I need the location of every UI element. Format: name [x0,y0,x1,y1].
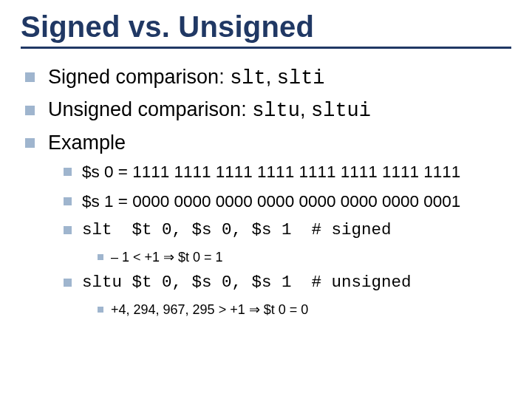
code: slti [277,67,325,89]
slide-title: Signed vs. Unsigned [21,10,511,49]
bullet-text: – 1 < +1 ⇒ $t 0 = 1 [111,248,511,267]
bullet-example: Example [25,129,511,156]
code: sltu $t 0, $s 0, $s 1 # unsigned [82,271,511,295]
code: sltui [311,100,371,122]
bullet-icon [25,72,35,82]
sub-bullet-s0: $s 0 = 1111 1111 1111 1111 1111 1111 111… [64,160,511,184]
bullet-signed-comparison: Signed comparison: slt, slti [25,64,511,92]
code: slt [230,67,266,89]
bullet-icon [64,226,72,234]
bullet-list-level3: +4, 294, 967, 295 > +1 ⇒ $t 0 = 0 [98,301,511,319]
subsub-bullet-slt-result: – 1 < +1 ⇒ $t 0 = 1 [98,248,511,267]
text: Unsigned comparison: [48,98,252,120]
bullet-icon [64,197,72,205]
bullet-list-level2: sltu $t 0, $s 0, $s 1 # unsigned [64,271,511,295]
bullet-icon [25,138,35,148]
text: , [266,66,277,88]
bullet-list-level3: – 1 < +1 ⇒ $t 0 = 1 [98,248,511,267]
text: Signed comparison: [48,66,230,88]
bullet-unsigned-comparison: Unsigned comparison: sltu, sltui [25,96,511,124]
bullet-text: Example [48,129,511,156]
bullet-icon [64,279,72,287]
bullet-icon [25,106,35,115]
bullet-text: +4, 294, 967, 295 > +1 ⇒ $t 0 = 0 [111,301,511,319]
text: , [300,98,311,120]
sub-bullet-s1: $s 1 = 0000 0000 0000 0000 0000 0000 000… [64,190,511,214]
bullet-text: Unsigned comparison: sltu, sltui [48,96,511,124]
code: slt $t 0, $s 0, $s 1 # signed [82,219,511,242]
subsub-bullet-sltu-result: +4, 294, 967, 295 > +1 ⇒ $t 0 = 0 [98,301,511,319]
sub-bullet-sltu: sltu $t 0, $s 0, $s 1 # unsigned [64,271,511,295]
bullet-icon [64,168,72,176]
sub-bullet-slt: slt $t 0, $s 0, $s 1 # signed [64,219,511,242]
bullet-icon [98,254,103,260]
bullet-text: $s 1 = 0000 0000 0000 0000 0000 0000 000… [82,190,511,214]
bullet-text: $s 0 = 1111 1111 1111 1111 1111 1111 111… [82,160,511,184]
slide: Signed vs. Unsigned Signed comparison: s… [0,0,532,399]
bullet-text: Signed comparison: slt, slti [48,64,511,92]
code: sltu [252,100,300,122]
bullet-list-level1: Signed comparison: slt, slti Unsigned co… [25,64,511,156]
bullet-list-level2: $s 0 = 1111 1111 1111 1111 1111 1111 111… [64,160,511,242]
bullet-icon [98,307,103,313]
